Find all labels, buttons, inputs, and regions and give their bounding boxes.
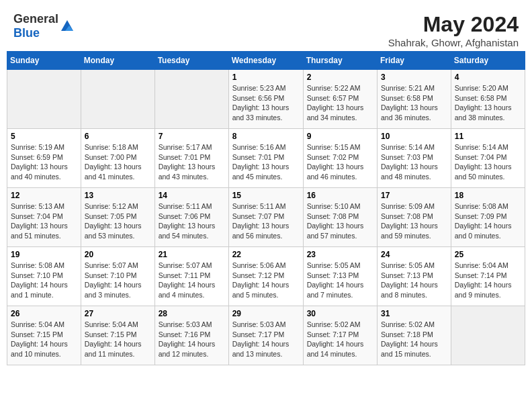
day-number: 13 — [85, 191, 151, 200]
week-row-4: 19Sunrise: 5:08 AMSunset: 7:10 PMDayligh… — [7, 247, 525, 306]
cell-info: Sunrise: 5:15 AMSunset: 7:02 PMDaylight:… — [307, 143, 364, 181]
day-number: 20 — [85, 250, 151, 259]
cell-info: Sunrise: 5:07 AMSunset: 7:11 PMDaylight:… — [159, 261, 216, 299]
day-number: 3 — [381, 73, 447, 82]
day-number: 23 — [307, 250, 373, 259]
logo-icon — [60, 19, 75, 34]
logo-text: General Blue — [13, 12, 58, 40]
cell-info: Sunrise: 5:08 AMSunset: 7:09 PMDaylight:… — [455, 202, 512, 240]
day-number: 19 — [11, 250, 77, 259]
cell-info: Sunrise: 5:17 AMSunset: 7:01 PMDaylight:… — [159, 143, 216, 181]
calendar-cell: 6Sunrise: 5:18 AMSunset: 7:00 PMDaylight… — [81, 129, 154, 188]
calendar-table: SundayMondayTuesdayWednesdayThursdayFrid… — [7, 51, 525, 365]
calendar-cell: 22Sunrise: 5:06 AMSunset: 7:12 PMDayligh… — [228, 247, 303, 306]
calendar-cell: 9Sunrise: 5:15 AMSunset: 7:02 PMDaylight… — [303, 129, 377, 188]
column-header-sunday: Sunday — [7, 52, 81, 70]
week-row-3: 12Sunrise: 5:13 AMSunset: 7:04 PMDayligh… — [7, 188, 525, 247]
day-number: 11 — [455, 132, 521, 141]
day-number: 10 — [381, 132, 447, 141]
cell-info: Sunrise: 5:23 AMSunset: 6:56 PMDaylight:… — [232, 84, 290, 122]
day-number: 6 — [85, 132, 151, 141]
calendar-cell: 30Sunrise: 5:02 AMSunset: 7:17 PMDayligh… — [303, 306, 377, 365]
column-header-tuesday: Tuesday — [154, 52, 228, 70]
day-number: 14 — [159, 191, 225, 200]
logo-general: General — [13, 12, 58, 26]
column-header-friday: Friday — [378, 52, 451, 70]
day-number: 24 — [381, 250, 447, 259]
cell-info: Sunrise: 5:02 AMSunset: 7:18 PMDaylight:… — [381, 320, 438, 358]
header-row: SundayMondayTuesdayWednesdayThursdayFrid… — [7, 52, 525, 70]
calendar-cell — [154, 70, 228, 129]
day-number: 22 — [232, 250, 300, 259]
day-number: 26 — [11, 309, 77, 318]
calendar-cell: 2Sunrise: 5:22 AMSunset: 6:57 PMDaylight… — [303, 70, 377, 129]
cell-info: Sunrise: 5:19 AMSunset: 6:59 PMDaylight:… — [11, 143, 68, 181]
page-header: General Blue May 2024 Shahrak, Ghowr, Af… — [7, 7, 525, 51]
day-number: 16 — [307, 191, 373, 200]
logo-blue: Blue — [13, 26, 40, 40]
cell-info: Sunrise: 5:14 AMSunset: 7:03 PMDaylight:… — [381, 143, 438, 181]
day-number: 4 — [455, 73, 521, 82]
cell-info: Sunrise: 5:11 AMSunset: 7:07 PMDaylight:… — [232, 202, 290, 240]
calendar-cell — [81, 70, 154, 129]
cell-info: Sunrise: 5:20 AMSunset: 6:58 PMDaylight:… — [455, 84, 512, 122]
calendar-cell: 23Sunrise: 5:05 AMSunset: 7:13 PMDayligh… — [303, 247, 377, 306]
day-number: 31 — [381, 309, 447, 318]
calendar-cell: 26Sunrise: 5:04 AMSunset: 7:15 PMDayligh… — [7, 306, 81, 365]
day-number: 28 — [159, 309, 225, 318]
cell-info: Sunrise: 5:10 AMSunset: 7:08 PMDaylight:… — [307, 202, 364, 240]
cell-info: Sunrise: 5:03 AMSunset: 7:17 PMDaylight:… — [232, 320, 290, 358]
cell-info: Sunrise: 5:05 AMSunset: 7:13 PMDaylight:… — [307, 261, 364, 299]
calendar-cell: 14Sunrise: 5:11 AMSunset: 7:06 PMDayligh… — [154, 188, 228, 247]
cell-info: Sunrise: 5:08 AMSunset: 7:10 PMDaylight:… — [11, 261, 68, 299]
calendar-cell: 28Sunrise: 5:03 AMSunset: 7:16 PMDayligh… — [154, 306, 228, 365]
calendar-cell: 31Sunrise: 5:02 AMSunset: 7:18 PMDayligh… — [378, 306, 451, 365]
calendar-cell: 21Sunrise: 5:07 AMSunset: 7:11 PMDayligh… — [154, 247, 228, 306]
calendar-cell: 16Sunrise: 5:10 AMSunset: 7:08 PMDayligh… — [303, 188, 377, 247]
cell-info: Sunrise: 5:11 AMSunset: 7:06 PMDaylight:… — [159, 202, 216, 240]
cell-info: Sunrise: 5:04 AMSunset: 7:14 PMDaylight:… — [455, 261, 512, 299]
calendar-cell: 10Sunrise: 5:14 AMSunset: 7:03 PMDayligh… — [378, 129, 451, 188]
cell-info: Sunrise: 5:04 AMSunset: 7:15 PMDaylight:… — [85, 320, 142, 358]
calendar-cell: 11Sunrise: 5:14 AMSunset: 7:04 PMDayligh… — [451, 129, 525, 188]
cell-info: Sunrise: 5:04 AMSunset: 7:15 PMDaylight:… — [11, 320, 68, 358]
day-number: 15 — [232, 191, 300, 200]
day-number: 9 — [307, 132, 373, 141]
column-header-wednesday: Wednesday — [228, 52, 303, 70]
calendar-cell: 13Sunrise: 5:12 AMSunset: 7:05 PMDayligh… — [81, 188, 154, 247]
calendar-cell: 25Sunrise: 5:04 AMSunset: 7:14 PMDayligh… — [451, 247, 525, 306]
location: Shahrak, Ghowr, Afghanistan — [388, 37, 519, 48]
day-number: 7 — [159, 132, 225, 141]
calendar-cell: 17Sunrise: 5:09 AMSunset: 7:08 PMDayligh… — [378, 188, 451, 247]
day-number: 2 — [307, 73, 373, 82]
cell-info: Sunrise: 5:22 AMSunset: 6:57 PMDaylight:… — [307, 84, 364, 122]
cell-info: Sunrise: 5:09 AMSunset: 7:08 PMDaylight:… — [381, 202, 438, 240]
logo: General Blue — [13, 12, 75, 40]
title-block: May 2024 Shahrak, Ghowr, Afghanistan — [388, 12, 519, 48]
day-number: 5 — [11, 132, 77, 141]
calendar-cell: 7Sunrise: 5:17 AMSunset: 7:01 PMDaylight… — [154, 129, 228, 188]
cell-info: Sunrise: 5:12 AMSunset: 7:05 PMDaylight:… — [85, 202, 142, 240]
cell-info: Sunrise: 5:05 AMSunset: 7:13 PMDaylight:… — [381, 261, 438, 299]
day-number: 1 — [232, 73, 300, 82]
week-row-2: 5Sunrise: 5:19 AMSunset: 6:59 PMDaylight… — [7, 129, 525, 188]
calendar-cell: 5Sunrise: 5:19 AMSunset: 6:59 PMDaylight… — [7, 129, 81, 188]
cell-info: Sunrise: 5:21 AMSunset: 6:58 PMDaylight:… — [381, 84, 438, 122]
column-header-thursday: Thursday — [303, 52, 377, 70]
calendar-cell: 20Sunrise: 5:07 AMSunset: 7:10 PMDayligh… — [81, 247, 154, 306]
calendar-cell: 3Sunrise: 5:21 AMSunset: 6:58 PMDaylight… — [378, 70, 451, 129]
week-row-1: 1Sunrise: 5:23 AMSunset: 6:56 PMDaylight… — [7, 70, 525, 129]
day-number: 18 — [455, 191, 521, 200]
day-number: 8 — [232, 132, 300, 141]
calendar-cell — [451, 306, 525, 365]
calendar-cell: 15Sunrise: 5:11 AMSunset: 7:07 PMDayligh… — [228, 188, 303, 247]
calendar-cell: 27Sunrise: 5:04 AMSunset: 7:15 PMDayligh… — [81, 306, 154, 365]
calendar-cell: 8Sunrise: 5:16 AMSunset: 7:01 PMDaylight… — [228, 129, 303, 188]
cell-info: Sunrise: 5:03 AMSunset: 7:16 PMDaylight:… — [159, 320, 216, 358]
calendar-cell: 4Sunrise: 5:20 AMSunset: 6:58 PMDaylight… — [451, 70, 525, 129]
calendar-cell: 29Sunrise: 5:03 AMSunset: 7:17 PMDayligh… — [228, 306, 303, 365]
cell-info: Sunrise: 5:18 AMSunset: 7:00 PMDaylight:… — [85, 143, 142, 181]
cell-info: Sunrise: 5:07 AMSunset: 7:10 PMDaylight:… — [85, 261, 142, 299]
calendar-cell: 1Sunrise: 5:23 AMSunset: 6:56 PMDaylight… — [228, 70, 303, 129]
day-number: 21 — [159, 250, 225, 259]
